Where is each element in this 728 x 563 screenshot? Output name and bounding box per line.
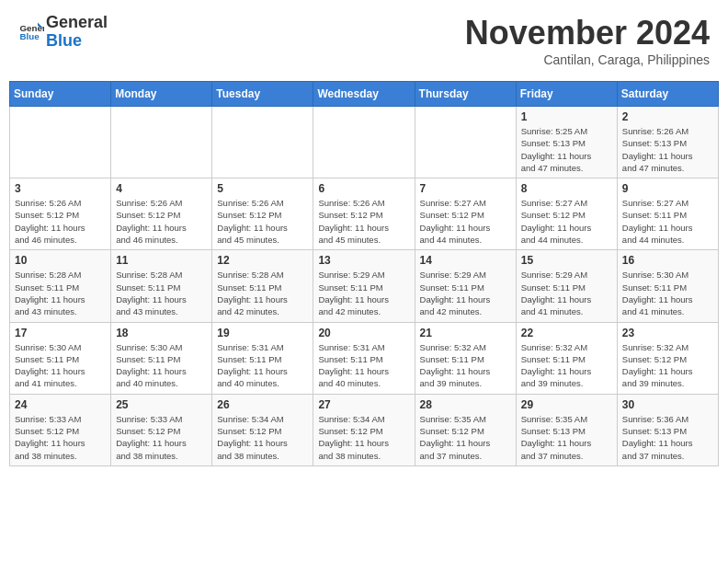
day-number: 24 [15,398,106,411]
day-number: 30 [622,398,713,411]
calendar-cell: 23Sunrise: 5:32 AM Sunset: 5:12 PM Dayli… [617,322,718,394]
day-info: Sunrise: 5:34 AM Sunset: 5:12 PM Dayligh… [318,413,409,462]
logo: General Blue General Blue [18,14,108,51]
day-number: 27 [318,398,409,411]
day-number: 11 [116,254,207,267]
calendar-cell: 6Sunrise: 5:26 AM Sunset: 5:12 PM Daylig… [313,178,415,250]
day-info: Sunrise: 5:28 AM Sunset: 5:11 PM Dayligh… [116,269,207,317]
weekday-header-friday: Friday [516,82,617,107]
day-info: Sunrise: 5:27 AM Sunset: 5:12 PM Dayligh… [521,197,612,246]
day-number: 25 [116,398,207,411]
day-number: 8 [521,182,612,195]
calendar-cell: 15Sunrise: 5:29 AM Sunset: 5:11 PM Dayli… [516,250,617,322]
day-number: 3 [15,182,106,195]
day-number: 10 [15,254,106,267]
day-info: Sunrise: 5:27 AM Sunset: 5:12 PM Dayligh… [420,197,511,246]
day-info: Sunrise: 5:29 AM Sunset: 5:11 PM Dayligh… [521,269,612,317]
logo-text-line1: General [46,14,108,32]
calendar-cell: 22Sunrise: 5:32 AM Sunset: 5:11 PM Dayli… [516,322,617,394]
day-number: 5 [217,182,308,195]
calendar-cell: 7Sunrise: 5:27 AM Sunset: 5:12 PM Daylig… [415,178,516,250]
calendar-cell: 4Sunrise: 5:26 AM Sunset: 5:12 PM Daylig… [111,178,212,250]
day-number: 29 [521,398,612,411]
logo-text-line2: Blue [46,32,108,51]
day-number: 22 [521,327,612,339]
weekday-header-thursday: Thursday [415,82,516,107]
day-number: 19 [217,327,308,339]
calendar-cell: 2Sunrise: 5:26 AM Sunset: 5:13 PM Daylig… [617,107,718,178]
day-info: Sunrise: 5:29 AM Sunset: 5:11 PM Dayligh… [318,269,409,317]
day-info: Sunrise: 5:27 AM Sunset: 5:11 PM Dayligh… [622,197,713,246]
calendar-week-1: 1Sunrise: 5:25 AM Sunset: 5:13 PM Daylig… [10,107,719,178]
calendar-cell: 16Sunrise: 5:30 AM Sunset: 5:11 PM Dayli… [617,250,718,322]
day-info: Sunrise: 5:26 AM Sunset: 5:12 PM Dayligh… [116,197,207,246]
day-number: 28 [420,398,511,411]
location-subtitle: Cantilan, Caraga, Philippines [465,52,710,67]
day-number: 7 [420,182,511,195]
day-number: 12 [217,254,308,267]
calendar-cell: 11Sunrise: 5:28 AM Sunset: 5:11 PM Dayli… [111,250,212,322]
calendar-cell: 25Sunrise: 5:33 AM Sunset: 5:12 PM Dayli… [111,394,212,465]
calendar-cell: 20Sunrise: 5:31 AM Sunset: 5:11 PM Dayli… [313,322,415,394]
day-info: Sunrise: 5:28 AM Sunset: 5:11 PM Dayligh… [217,269,308,317]
day-info: Sunrise: 5:29 AM Sunset: 5:11 PM Dayligh… [420,269,511,317]
day-number: 2 [622,110,713,123]
day-number: 15 [521,254,612,267]
day-info: Sunrise: 5:26 AM Sunset: 5:12 PM Dayligh… [318,197,409,246]
day-info: Sunrise: 5:30 AM Sunset: 5:11 PM Dayligh… [622,269,713,317]
calendar-cell: 19Sunrise: 5:31 AM Sunset: 5:11 PM Dayli… [212,322,313,394]
calendar-cell: 24Sunrise: 5:33 AM Sunset: 5:12 PM Dayli… [10,394,111,465]
calendar-cell: 10Sunrise: 5:28 AM Sunset: 5:11 PM Dayli… [10,250,111,322]
calendar-cell: 9Sunrise: 5:27 AM Sunset: 5:11 PM Daylig… [617,178,718,250]
calendar-week-4: 17Sunrise: 5:30 AM Sunset: 5:11 PM Dayli… [10,322,719,394]
calendar-cell: 29Sunrise: 5:35 AM Sunset: 5:13 PM Dayli… [516,394,617,465]
day-number: 9 [622,182,713,195]
day-number: 18 [116,327,207,339]
calendar-cell: 5Sunrise: 5:26 AM Sunset: 5:12 PM Daylig… [212,178,313,250]
calendar-week-2: 3Sunrise: 5:26 AM Sunset: 5:12 PM Daylig… [10,178,719,250]
day-info: Sunrise: 5:35 AM Sunset: 5:13 PM Dayligh… [521,413,612,462]
calendar-cell: 21Sunrise: 5:32 AM Sunset: 5:11 PM Dayli… [415,322,516,394]
day-number: 14 [420,254,511,267]
calendar-week-5: 24Sunrise: 5:33 AM Sunset: 5:12 PM Dayli… [10,394,719,465]
page-header: General Blue General Blue November 2024 … [9,9,719,72]
calendar-cell: 14Sunrise: 5:29 AM Sunset: 5:11 PM Dayli… [415,250,516,322]
day-info: Sunrise: 5:26 AM Sunset: 5:13 PM Dayligh… [622,125,713,174]
calendar-cell [415,107,516,178]
day-number: 16 [622,254,713,267]
day-info: Sunrise: 5:31 AM Sunset: 5:11 PM Dayligh… [217,341,308,390]
day-info: Sunrise: 5:32 AM Sunset: 5:11 PM Dayligh… [420,341,511,390]
calendar-cell: 18Sunrise: 5:30 AM Sunset: 5:11 PM Dayli… [111,322,212,394]
weekday-header-monday: Monday [111,82,212,107]
calendar-cell [111,107,212,178]
day-number: 21 [420,327,511,339]
calendar-week-3: 10Sunrise: 5:28 AM Sunset: 5:11 PM Dayli… [10,250,719,322]
day-info: Sunrise: 5:26 AM Sunset: 5:12 PM Dayligh… [15,197,106,246]
svg-text:Blue: Blue [19,31,40,41]
weekday-header-wednesday: Wednesday [313,82,415,107]
day-info: Sunrise: 5:33 AM Sunset: 5:12 PM Dayligh… [15,413,106,462]
day-info: Sunrise: 5:30 AM Sunset: 5:11 PM Dayligh… [116,341,207,390]
calendar-cell: 3Sunrise: 5:26 AM Sunset: 5:12 PM Daylig… [10,178,111,250]
day-info: Sunrise: 5:30 AM Sunset: 5:11 PM Dayligh… [15,341,106,390]
title-section: November 2024 Cantilan, Caraga, Philippi… [465,14,710,67]
day-info: Sunrise: 5:28 AM Sunset: 5:11 PM Dayligh… [15,269,106,317]
calendar-cell: 28Sunrise: 5:35 AM Sunset: 5:12 PM Dayli… [415,394,516,465]
day-number: 13 [318,254,409,267]
weekday-header-sunday: Sunday [10,82,111,107]
weekday-header-tuesday: Tuesday [212,82,313,107]
day-info: Sunrise: 5:34 AM Sunset: 5:12 PM Dayligh… [217,413,308,462]
calendar-table: SundayMondayTuesdayWednesdayThursdayFrid… [9,81,719,466]
calendar-cell: 30Sunrise: 5:36 AM Sunset: 5:13 PM Dayli… [617,394,718,465]
day-number: 6 [318,182,409,195]
day-number: 1 [521,110,612,123]
calendar-cell [313,107,415,178]
calendar-cell: 27Sunrise: 5:34 AM Sunset: 5:12 PM Dayli… [313,394,415,465]
day-number: 26 [217,398,308,411]
day-info: Sunrise: 5:31 AM Sunset: 5:11 PM Dayligh… [318,341,409,390]
calendar-cell: 8Sunrise: 5:27 AM Sunset: 5:12 PM Daylig… [516,178,617,250]
day-info: Sunrise: 5:25 AM Sunset: 5:13 PM Dayligh… [521,125,612,174]
day-info: Sunrise: 5:33 AM Sunset: 5:12 PM Dayligh… [116,413,207,462]
calendar-cell: 12Sunrise: 5:28 AM Sunset: 5:11 PM Dayli… [212,250,313,322]
day-info: Sunrise: 5:32 AM Sunset: 5:12 PM Dayligh… [622,341,713,390]
